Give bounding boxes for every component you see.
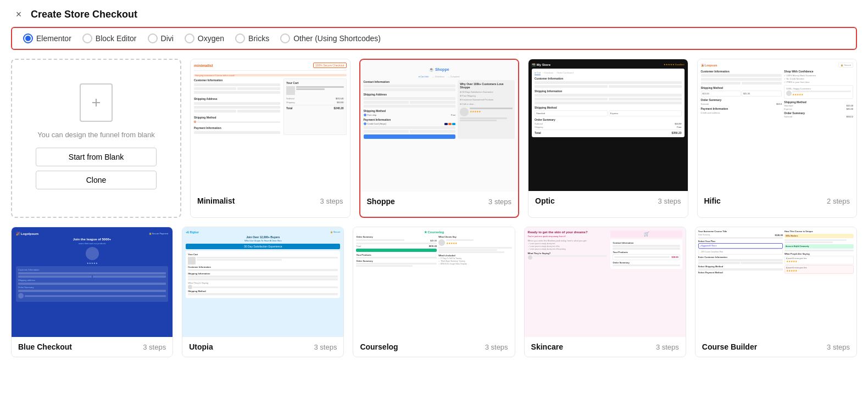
hific-name: Hific — [704, 196, 721, 205]
courselog-template-card[interactable]: ★ Courselog Order Summary $49.00 Total $… — [353, 227, 515, 357]
courselog-name: Courselog — [360, 342, 398, 351]
radio-circle-bricks — [235, 33, 245, 43]
close-icon[interactable]: × — [13, 9, 24, 20]
radio-label-block-editor: Block Editor — [96, 34, 137, 43]
skincare-footer: Skincare 3 steps — [525, 337, 686, 357]
radio-label-bricks: Bricks — [248, 34, 269, 43]
radio-circle-elementor — [23, 33, 33, 43]
blue-checkout-steps: 3 steps — [143, 343, 166, 351]
optic-steps: 3 steps — [658, 197, 681, 205]
hific-preview: 🎉 Loopsum 🔒 Secure Customer Information … — [698, 59, 857, 191]
courselog-footer: Courselog 3 steps — [353, 337, 514, 357]
courselog-steps: 3 steps — [485, 343, 508, 351]
skincare-steps: 3 steps — [656, 343, 679, 351]
courselog-preview: ★ Courselog Order Summary $49.00 Total $… — [353, 227, 514, 337]
minimalist-name: Minimalist — [197, 196, 235, 205]
minimalist-template-card[interactable]: minimalist 100% Secure Checkout Hurrying… — [190, 59, 350, 218]
hific-template-card[interactable]: 🎉 Loopsum 🔒 Secure Customer Information … — [697, 59, 858, 218]
start-from-blank-button[interactable]: Start from Blank — [36, 148, 157, 166]
utopia-name: Utopia — [189, 342, 213, 351]
utopia-footer: Utopia 3 steps — [182, 337, 343, 357]
shoppe-steps: 3 steps — [488, 198, 511, 206]
modal-header: × Create Store Checkout — [0, 0, 868, 27]
radio-oxygen[interactable]: Oxygen — [185, 33, 224, 43]
radio-label-other: Other (Using Shortcodes) — [293, 34, 381, 43]
optic-template-card[interactable]: 📸 My Store ★★★★★ Excellent ● Cart › Chec… — [528, 59, 688, 218]
skincare-template-card[interactable]: Ready to get the skin of your dreams? Yo… — [524, 227, 686, 357]
minimalist-footer: Minimalist 3 steps — [191, 191, 350, 211]
blue-checkout-name: Blue Checkout — [18, 342, 72, 351]
utopia-steps: 3 steps — [314, 343, 337, 351]
optic-name: Optic — [535, 196, 555, 205]
radio-circle-oxygen — [185, 33, 194, 43]
course-builder-preview: Your Awesome Course Title Order Summary … — [695, 227, 856, 337]
radio-elementor[interactable]: Elementor — [23, 33, 71, 43]
utopia-template-card[interactable]: +E Bigbur 🔒 Secure Join Over 12,000+ Buy… — [182, 227, 344, 357]
radio-bricks[interactable]: Bricks — [235, 33, 269, 43]
top-templates-row: You can design the funnel from blank Sta… — [0, 59, 868, 227]
minimalist-steps: 3 steps — [320, 197, 343, 205]
add-template-icon — [80, 83, 113, 122]
blank-description: You can design the funnel from blank — [37, 131, 154, 139]
course-builder-name: Course Builder — [702, 342, 757, 351]
minimalist-preview: minimalist 100% Secure Checkout Hurrying… — [191, 59, 350, 191]
optic-preview: 📸 My Store ★★★★★ Excellent ● Cart › Chec… — [528, 59, 688, 191]
bottom-templates-row: 🎉 Logolpsum 🔒 Secure Payment Join the le… — [0, 227, 868, 366]
radio-circle-divi — [148, 33, 158, 43]
blank-template-card[interactable]: You can design the funnel from blank Sta… — [11, 59, 181, 218]
hific-steps: 2 steps — [827, 197, 850, 205]
shoppe-footer: Shoppe 3 steps — [360, 192, 519, 211]
optic-footer: Optic 3 steps — [528, 191, 688, 211]
shoppe-preview: ☕ Shoppe ● Cart Info — Checkout — Comple… — [360, 60, 519, 192]
modal-title: Create Store Checkout — [31, 9, 137, 20]
radio-block-editor[interactable]: Block Editor — [82, 33, 137, 43]
radio-label-elementor: Elementor — [36, 34, 71, 43]
shoppe-template-card[interactable]: ☕ Shoppe ● Cart Info — Checkout — Comple… — [359, 59, 520, 218]
radio-circle-block-editor — [82, 33, 92, 43]
radio-other[interactable]: Other (Using Shortcodes) — [280, 33, 381, 43]
course-builder-steps: 3 steps — [827, 343, 850, 351]
clone-button[interactable]: Clone — [36, 171, 157, 189]
hific-footer: Hific 2 steps — [698, 191, 857, 211]
skincare-name: Skincare — [531, 342, 563, 351]
skincare-preview: Ready to get the skin of your dreams? Yo… — [525, 227, 686, 337]
utopia-preview: +E Bigbur 🔒 Secure Join Over 12,000+ Buy… — [182, 227, 343, 337]
course-builder-template-card[interactable]: Your Awesome Course Title Order Summary … — [695, 227, 857, 357]
blue-checkout-footer: Blue Checkout 3 steps — [12, 337, 173, 357]
radio-circle-other — [280, 33, 290, 43]
radio-label-oxygen: Oxygen — [198, 34, 224, 43]
blue-checkout-preview: 🎉 Logolpsum 🔒 Secure Payment Join the le… — [12, 227, 173, 337]
radio-divi[interactable]: Divi — [148, 33, 174, 43]
radio-label-divi: Divi — [161, 34, 174, 43]
course-builder-footer: Course Builder 3 steps — [695, 337, 856, 357]
shoppe-name: Shoppe — [367, 197, 395, 206]
page-builder-radio-group: Elementor Block Editor Divi Oxygen Brick… — [11, 27, 857, 50]
blue-checkout-template-card[interactable]: 🎉 Logolpsum 🔒 Secure Payment Join the le… — [11, 227, 173, 357]
